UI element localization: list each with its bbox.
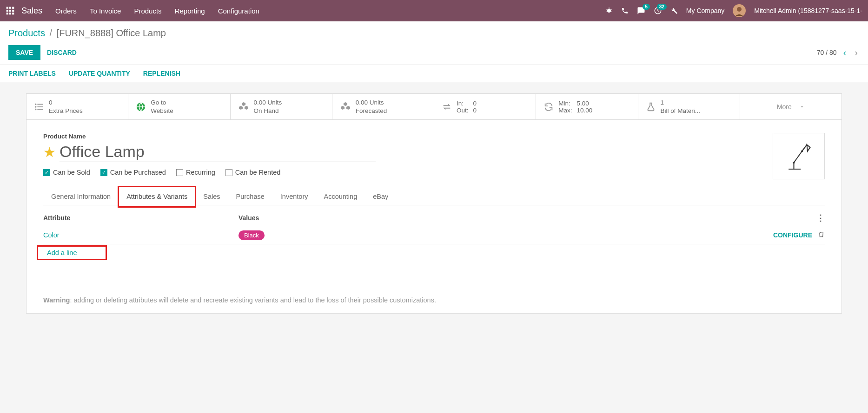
stat-forecast[interactable]: 0.00 UnitsForecasted [332,94,434,119]
svg-line-13 [607,11,608,12]
svg-rect-3 [7,10,8,12]
stat-website[interactable]: Go toWebsite [128,94,230,119]
bug-icon[interactable] [605,7,613,14]
stat-onhand[interactable]: 0.00 UnitsOn Hand [231,94,332,119]
kebab-icon[interactable]: ⋮ [814,213,825,223]
stat-website-l2: Website [151,107,173,115]
svg-line-11 [607,9,608,10]
menu-products[interactable]: Products [134,7,161,15]
user-name[interactable]: Mitchell Admin (15881277-saas-15-1- [754,7,862,14]
form-sheet: 0Extra Prices Go toWebsite 0.00 UnitsOn … [26,93,842,314]
lamp-icon [782,140,815,172]
activity-icon[interactable]: 32 [654,7,662,15]
value-tag[interactable]: Black [239,230,265,240]
list-icon [34,102,44,112]
add-a-line[interactable]: Add a line [43,248,81,257]
checkbox-recurring[interactable]: Recurring [176,169,215,176]
tab-inventory[interactable]: Inventory [272,188,316,205]
col-values: Values [239,214,814,222]
update-quantity-button[interactable]: UPDATE QUANTITY [69,70,130,77]
checkbox-rented[interactable]: Can be Rented [225,169,281,176]
stat-onhand-l2: On Hand [254,107,282,115]
checkbox-icon [176,169,183,176]
svg-rect-2 [12,7,14,9]
stat-bom[interactable]: 1Bill of Materi... [638,94,740,119]
svg-rect-6 [7,13,8,14]
svg-rect-8 [12,13,14,14]
menu-orders[interactable]: Orders [55,7,77,15]
tab-ebay[interactable]: eBay [365,188,396,205]
svg-rect-7 [9,13,11,14]
stat-min-label: Min: [558,100,572,107]
svg-point-22 [35,106,36,107]
breadcrumb: Products / [FURN_8888] Office Lamp [8,28,860,39]
product-name-input[interactable] [60,142,376,162]
menu-reporting[interactable]: Reporting [175,7,205,15]
apps-icon[interactable] [6,6,15,15]
svg-point-17 [737,7,742,12]
col-attribute: Attribute [43,214,239,222]
main-menu: Orders To Invoice Products Reporting Con… [55,7,259,15]
stat-inout[interactable]: In:0 Out:0 [434,94,536,119]
avatar[interactable] [733,4,746,17]
trash-icon[interactable] [818,231,825,239]
stat-extra-prices[interactable]: 0Extra Prices [27,94,128,119]
app-name[interactable]: Sales [21,6,42,16]
tools-icon[interactable] [670,7,678,14]
activity-badge: 32 [657,4,667,10]
svg-point-9 [607,9,611,13]
checkbox-purchased[interactable]: ✓Can be Purchased [100,169,166,176]
menu-configuration[interactable]: Configuration [218,7,259,15]
replenish-button[interactable]: REPLENISH [143,70,180,77]
phone-icon[interactable] [621,7,629,14]
breadcrumb-parent[interactable]: Products [8,28,45,38]
stat-out-label: Out: [457,107,469,114]
transfer-icon [442,102,452,112]
stat-extra-label: Extra Prices [49,107,83,115]
tab-attributes-variants[interactable]: Attributes & Variants [119,188,195,205]
attribute-link[interactable]: Color [43,231,60,239]
stat-extra-n: 0 [49,98,83,107]
svg-point-25 [801,150,803,152]
stat-max-label: Max: [558,107,572,114]
pager-next-icon[interactable]: › [853,47,860,58]
pager-text: 70 / 80 [817,49,837,56]
stat-out-val: 0 [473,107,477,114]
product-image[interactable] [773,133,825,179]
more-label: More [777,103,792,111]
checkbox-icon [225,169,232,176]
tab-general-information[interactable]: General Information [43,188,119,205]
pager: 70 / 80 ‹ › [817,47,860,58]
stat-minmax[interactable]: Min:5.00 Max:10.00 [536,94,638,119]
stat-website-l1: Go to [151,98,173,107]
stat-more[interactable]: More [740,94,841,119]
menu-to-invoice[interactable]: To Invoice [90,7,121,15]
save-button[interactable]: SAVE [8,45,40,60]
svg-point-21 [35,104,36,105]
boxes-icon [238,101,249,112]
warning-body: : adding or deleting attributes will del… [70,296,436,304]
attribute-table: Attribute Values ⋮ Color Black CONFIGURE… [43,210,825,261]
tab-sales[interactable]: Sales [195,188,228,205]
topbar: Sales Orders To Invoice Products Reporti… [0,0,868,21]
print-labels-button[interactable]: PRINT LABELS [8,70,56,77]
tabs: General Information Attributes & Variant… [43,188,825,205]
tab-purchase[interactable]: Purchase [228,188,272,205]
tab-accounting[interactable]: Accounting [316,188,365,205]
checkbox-sold[interactable]: ✓Can be Sold [43,169,90,176]
company-name[interactable]: My Company [686,7,724,14]
discard-button[interactable]: DISCARD [47,49,77,56]
chat-icon[interactable]: 5 [637,7,645,15]
stat-forecast-l2: Forecasted [356,107,387,115]
configure-button[interactable]: CONFIGURE [773,231,812,239]
breadcrumb-current: [FURN_8888] Office Lamp [57,28,166,38]
stat-onhand-l1: 0.00 Units [254,98,282,107]
stat-row: 0Extra Prices Go toWebsite 0.00 UnitsOn … [27,94,841,120]
product-name-label: Product Name [43,133,773,140]
warning-text: Warning: adding or deleting attributes w… [43,294,825,304]
warning-label: Warning [43,296,70,304]
favorite-star-icon[interactable]: ★ [43,144,56,160]
chevron-down-icon [799,104,805,110]
pager-prev-icon[interactable]: ‹ [841,47,848,58]
check-icon: ✓ [100,169,107,176]
